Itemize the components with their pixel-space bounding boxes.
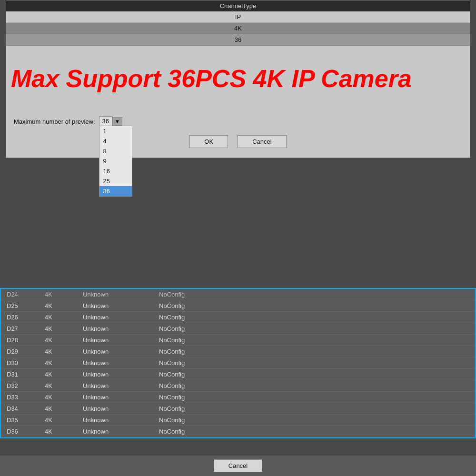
cell-config: NoConfig	[157, 301, 233, 310]
preview-section: Maximum number of preview: 36▼ 1 4 8 9 1…	[6, 112, 470, 158]
dropdown-item-1[interactable]: 1	[99, 126, 132, 136]
camera-list-table: D24 4K Unknown NoConfig D25 4K Unknown N…	[0, 288, 476, 438]
cell-extra	[233, 370, 471, 379]
dropdown-item-25[interactable]: 25	[99, 176, 132, 186]
table-ip-row: IP	[6, 11, 470, 23]
cell-config: NoConfig	[157, 313, 233, 322]
bottom-cancel-button[interactable]: Cancel	[214, 459, 262, 472]
cell-extra	[233, 358, 471, 367]
table-row: D32 4K Unknown NoConfig	[1, 380, 475, 392]
table-row: D25 4K Unknown NoConfig	[1, 300, 475, 312]
table-row: D35 4K Unknown NoConfig	[1, 415, 475, 426]
cell-type: 4K	[43, 358, 81, 367]
table-4k-row[interactable]: 4K	[6, 23, 470, 34]
promo-text: Max Support 36PCS 4K IP Camera	[11, 65, 412, 92]
dialog-buttons: OK Cancel	[14, 130, 462, 153]
cancel-button[interactable]: Cancel	[238, 135, 286, 148]
table-row: D31 4K Unknown NoConfig	[1, 369, 475, 380]
cell-type: 4K	[43, 416, 81, 425]
dropdown-arrow-icon[interactable]: ▼	[112, 117, 122, 126]
cell-status: Unknown	[81, 404, 157, 413]
cell-type: 4K	[43, 404, 81, 413]
cell-config: NoConfig	[157, 324, 233, 333]
dialog-title: ChannelType	[6, 0, 470, 11]
cell-extra	[233, 347, 471, 356]
table-row: D27 4K Unknown NoConfig	[1, 323, 475, 335]
dropdown-item-9[interactable]: 9	[99, 156, 132, 166]
dropdown-item-4[interactable]: 4	[99, 136, 132, 146]
cell-config: NoConfig	[157, 290, 233, 299]
cell-status: Unknown	[81, 301, 157, 310]
cell-type: 4K	[43, 313, 81, 322]
table-row: D36 4K Unknown NoConfig	[1, 426, 475, 437]
cell-config: NoConfig	[157, 393, 233, 402]
cell-extra	[233, 313, 471, 322]
table-row: D34 4K Unknown NoConfig	[1, 403, 475, 415]
cell-extra	[233, 324, 471, 333]
cell-ch: D24	[5, 290, 43, 299]
cell-config: NoConfig	[157, 336, 233, 345]
table-row: D29 4K Unknown NoConfig	[1, 346, 475, 357]
cell-config: NoConfig	[157, 370, 233, 379]
cell-config: NoConfig	[157, 358, 233, 367]
cell-type: 4K	[43, 347, 81, 356]
cell-extra	[233, 427, 471, 436]
table-row: D30 4K Unknown NoConfig	[1, 357, 475, 369]
dropdown-item-36[interactable]: 36	[99, 186, 132, 196]
cell-status: Unknown	[81, 393, 157, 402]
ok-button[interactable]: OK	[189, 135, 228, 148]
cell-status: Unknown	[81, 290, 157, 299]
cell-type: 4K	[43, 381, 81, 390]
preview-value[interactable]: 36	[99, 116, 112, 126]
cell-config: NoConfig	[157, 416, 233, 425]
dropdown-item-16[interactable]: 16	[99, 166, 132, 176]
dropdown-item-8[interactable]: 8	[99, 146, 132, 156]
cell-ch: D25	[5, 301, 43, 310]
cell-ch: D26	[5, 313, 43, 322]
cell-ch: D36	[5, 427, 43, 436]
cell-extra	[233, 336, 471, 345]
preview-select-wrapper: 36▼ 1 4 8 9 16 25 36	[99, 117, 122, 126]
cell-ch: D28	[5, 336, 43, 345]
cell-type: 4K	[43, 324, 81, 333]
cell-extra	[233, 393, 471, 402]
cell-type: 4K	[43, 427, 81, 436]
cell-status: Unknown	[81, 381, 157, 390]
cell-ch: D33	[5, 393, 43, 402]
cell-type: 4K	[43, 301, 81, 310]
channel-table: IP 4K 36	[6, 11, 470, 46]
cell-ch: D32	[5, 381, 43, 390]
channel-type-dialog: ChannelType IP 4K 36 Max Support 36PCS 4…	[6, 0, 470, 158]
preview-label: Maximum number of preview:	[14, 118, 95, 125]
ip-label: IP	[235, 13, 241, 20]
cell-config: NoConfig	[157, 347, 233, 356]
cell-type: 4K	[43, 370, 81, 379]
cell-extra	[233, 290, 471, 299]
cell-status: Unknown	[81, 347, 157, 356]
table-row: D28 4K Unknown NoConfig	[1, 335, 475, 346]
table-36-row[interactable]: 36	[6, 34, 470, 46]
cell-type: 4K	[43, 336, 81, 345]
cell-type: 4K	[43, 290, 81, 299]
cell-config: NoConfig	[157, 404, 233, 413]
cell-status: Unknown	[81, 416, 157, 425]
preview-dropdown-list[interactable]: 1 4 8 9 16 25 36	[99, 126, 132, 197]
cell-extra	[233, 416, 471, 425]
table-row: D33 4K Unknown NoConfig	[1, 392, 475, 403]
cell-status: Unknown	[81, 427, 157, 436]
cell-type: 4K	[43, 393, 81, 402]
cell-ch: D31	[5, 370, 43, 379]
cell-config: NoConfig	[157, 381, 233, 390]
promo-area: Max Support 36PCS 4K IP Camera	[6, 46, 470, 112]
cell-extra	[233, 301, 471, 310]
cell-status: Unknown	[81, 370, 157, 379]
cell-status: Unknown	[81, 313, 157, 322]
cell-status: Unknown	[81, 324, 157, 333]
table-row-partial: D24 4K Unknown NoConfig	[1, 289, 475, 300]
bottom-cancel-area: Cancel	[0, 456, 476, 476]
table-row: D26 4K Unknown NoConfig	[1, 312, 475, 323]
36-label: 36	[235, 36, 241, 43]
cell-extra	[233, 381, 471, 390]
4k-label: 4K	[234, 25, 242, 32]
cell-config: NoConfig	[157, 427, 233, 436]
